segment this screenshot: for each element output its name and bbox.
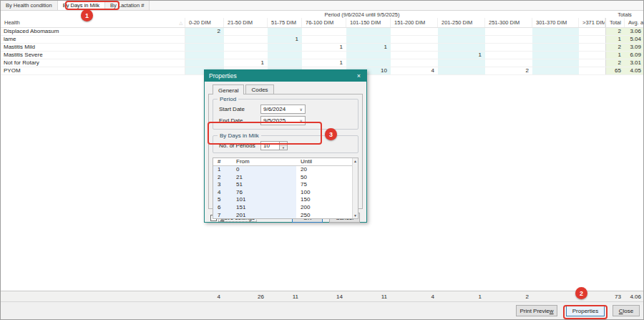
grid-cell-number: 4 xyxy=(213,189,232,197)
cell xyxy=(438,59,485,67)
start-date-dropdown[interactable]: 9/6/2024 ∨ xyxy=(260,105,306,114)
column-header-dim[interactable]: 301-370 DIM xyxy=(532,18,579,27)
chevron-down-icon[interactable]: ∨ xyxy=(300,107,305,112)
periods-grid-row[interactable]: 4 76 100 xyxy=(213,189,358,197)
close-button[interactable]: Close xyxy=(613,305,640,316)
button-bar: Print Preview Properties Close xyxy=(1,302,643,319)
table-group-header: Period (9/6/2024 until 9/5/2025) Totals xyxy=(1,11,643,18)
totals-cell-total: 73 xyxy=(605,291,625,302)
periods-grid-row[interactable]: 1 0 20 xyxy=(213,166,358,174)
tab-by-lactation[interactable]: By Lactation # xyxy=(105,1,150,10)
chevron-down-icon[interactable]: ∨ xyxy=(300,118,305,123)
table-row[interactable]: Mastitis Mild 1 1 2 3.09 xyxy=(1,44,643,52)
periods-grid-row[interactable]: 7 201 250 xyxy=(213,212,358,219)
grid-header-from[interactable]: From xyxy=(232,158,296,165)
annotation-badge-3: 3 xyxy=(325,128,337,140)
periods-grid-row[interactable]: 5 101 150 xyxy=(213,196,358,204)
cell xyxy=(391,44,438,51)
grid-cell-number: 5 xyxy=(213,196,232,204)
cell xyxy=(391,59,438,67)
dialog-body: General Codes Period Start Date 9/6/2024… xyxy=(205,82,366,224)
cell xyxy=(485,36,532,43)
properties-dialog: Properties × General Codes Period Start … xyxy=(204,69,367,223)
column-header-total[interactable]: Total xyxy=(605,18,625,27)
grid-header-number[interactable]: # xyxy=(213,158,232,165)
scroll-up-icon[interactable]: ▲ xyxy=(353,158,357,164)
start-date-value: 9/6/2024 xyxy=(263,106,286,112)
dialog-titlebar[interactable]: Properties × xyxy=(205,70,366,82)
column-header-avg-age[interactable]: Avg. age xyxy=(625,18,644,27)
no-of-periods-input[interactable]: 10 xyxy=(260,141,280,150)
grid-scrollbar[interactable]: ▲ ▼ xyxy=(352,158,358,218)
column-header-dim[interactable]: >371 DIM xyxy=(579,18,605,27)
end-date-dropdown[interactable]: 9/5/2025 ∨ xyxy=(260,116,306,125)
tab-by-health-condition[interactable]: By Health condition xyxy=(1,1,58,10)
cell xyxy=(346,36,391,43)
cell-total: 2 xyxy=(605,44,625,51)
properties-label: Properties xyxy=(572,308,598,314)
period-groupbox: Period Start Date 9/6/2024 ∨ End Date 9/… xyxy=(213,99,358,130)
totals-cell-avg: 4.06 xyxy=(625,291,644,302)
cell: 2 xyxy=(185,28,224,35)
column-header-health[interactable]: Health △ xyxy=(1,18,185,27)
cell xyxy=(579,44,605,51)
table-row[interactable]: Mastitis Severe 1 1 6.09 xyxy=(1,52,643,59)
print-preview-button[interactable]: Print Preview xyxy=(516,305,557,316)
cell-total: 2 xyxy=(605,59,625,67)
grid-cell-number: 6 xyxy=(213,204,232,212)
cell xyxy=(302,28,346,35)
column-header-dim[interactable]: 76-100 DIM xyxy=(302,18,346,27)
close-label: lose xyxy=(623,308,634,314)
cell xyxy=(532,52,579,59)
cell: 2 xyxy=(485,67,532,74)
cell xyxy=(485,44,532,51)
cell xyxy=(224,28,268,35)
view-tabbar: By Health condition By Days in Milk By L… xyxy=(1,1,643,11)
cell-avg-age: 6.09 xyxy=(625,52,644,59)
table-row[interactable]: lame 1 1 5.04 xyxy=(1,36,643,44)
cell xyxy=(485,52,532,59)
tab-by-days-in-milk[interactable]: By Days in Milk xyxy=(58,1,105,10)
properties-button[interactable]: Properties xyxy=(566,305,605,316)
column-header-dim[interactable]: 151-200 DIM xyxy=(391,18,438,27)
dialog-close-icon[interactable]: × xyxy=(356,72,362,79)
cell-total: 1 xyxy=(605,52,625,59)
scroll-down-icon[interactable]: ▼ xyxy=(353,213,357,218)
grid-cell-from: 101 xyxy=(232,196,296,204)
cell xyxy=(438,36,485,43)
cell xyxy=(532,44,579,51)
periods-grid-row[interactable]: 3 51 75 xyxy=(213,181,358,189)
dialog-tab-general[interactable]: General xyxy=(213,84,244,94)
days-in-milk-group-label: By Days in Milk xyxy=(218,132,261,139)
spinner-down-icon[interactable]: ▼ xyxy=(280,146,287,150)
column-header-dim[interactable]: 251-300 DIM xyxy=(485,18,532,27)
periods-grid-row[interactable]: 6 151 200 xyxy=(213,204,358,212)
dialog-tabbar: General Codes xyxy=(213,84,363,94)
column-header-dim[interactable]: 201-250 DIM xyxy=(438,18,485,27)
periods-grid-row[interactable]: 2 21 50 xyxy=(213,174,358,182)
totals-header: Totals xyxy=(618,11,632,18)
cell-avg-age: 3.09 xyxy=(625,44,644,51)
table-row[interactable]: Displaced Abomasum 2 2 3.06 xyxy=(1,28,643,36)
grid-header-until[interactable]: Until xyxy=(296,158,354,165)
column-header-dim[interactable]: 101-150 DIM xyxy=(346,18,391,27)
table-row[interactable]: Not for Rotary 1 1 2 3.01 xyxy=(1,59,643,67)
cell: 1 xyxy=(224,59,268,67)
column-header-dim[interactable]: 21-50 DIM xyxy=(224,18,268,27)
grid-cell-until: 20 xyxy=(296,166,354,174)
cell xyxy=(268,44,302,51)
cell xyxy=(391,36,438,43)
cell xyxy=(579,59,605,67)
column-header-dim[interactable]: 0-20 DIM xyxy=(185,18,224,27)
sort-icon[interactable]: △ xyxy=(179,20,182,25)
cell xyxy=(346,52,391,59)
cell: 1 xyxy=(438,52,485,59)
cell xyxy=(438,28,485,35)
totals-cell: 11 xyxy=(268,291,302,302)
column-header-dim[interactable]: 51-75 DIM xyxy=(268,18,302,27)
print-preview-label: Print Previe xyxy=(519,308,549,314)
grid-cell-from: 76 xyxy=(232,189,296,197)
cell: 1 xyxy=(302,59,346,67)
cell xyxy=(268,52,302,59)
dialog-tab-codes[interactable]: Codes xyxy=(245,84,273,94)
